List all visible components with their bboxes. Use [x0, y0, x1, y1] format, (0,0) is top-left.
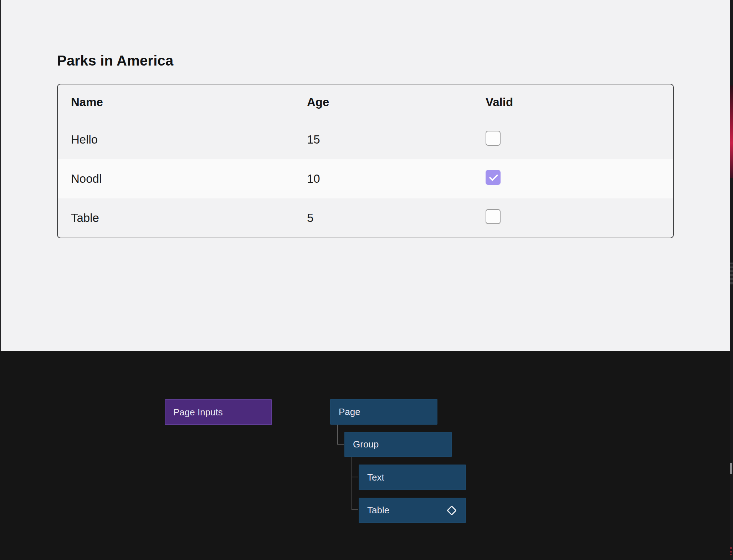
- node-group[interactable]: Group: [344, 432, 452, 457]
- left-edge-sliver: [0, 0, 1, 351]
- valid-checkbox[interactable]: [486, 209, 501, 224]
- cell-age: 5: [307, 211, 486, 225]
- cell-age: 15: [307, 133, 486, 146]
- node-text[interactable]: Text: [359, 465, 466, 490]
- edge-scroll-thumb: [730, 463, 732, 474]
- edge-red-dots: [730, 547, 732, 555]
- parks-table: Name Age Valid Hello 15 Noodl 10 Table: [57, 84, 674, 238]
- right-edge-sliver: [730, 0, 733, 560]
- node-label: Group: [353, 439, 379, 450]
- cell-name: Noodl: [71, 172, 307, 186]
- table-header-row: Name Age Valid: [58, 84, 673, 120]
- connector-line: [352, 457, 352, 510]
- column-header-valid: Valid: [486, 95, 673, 109]
- preview-pane: Parks in America Name Age Valid Hello 15…: [0, 0, 730, 351]
- table-row: Noodl 10: [58, 159, 673, 198]
- connector-line: [352, 477, 358, 477]
- column-header-name: Name: [71, 95, 307, 109]
- node-page-inputs[interactable]: Page Inputs: [165, 399, 272, 425]
- valid-checkbox[interactable]: [486, 131, 501, 146]
- diamond-icon: [447, 505, 457, 515]
- connector-line: [337, 444, 344, 445]
- table-row: Hello 15: [58, 120, 673, 159]
- cell-name: Table: [71, 211, 307, 225]
- page-title: Parks in America: [57, 53, 173, 69]
- node-label: Page: [339, 406, 360, 418]
- cell-age: 10: [307, 172, 486, 186]
- node-label: Page Inputs: [173, 407, 223, 418]
- edge-stripes: [730, 263, 733, 285]
- connector-line: [352, 509, 358, 510]
- table-row: Table 5: [58, 198, 673, 238]
- valid-checkbox[interactable]: [486, 170, 501, 185]
- node-table[interactable]: Table: [359, 498, 466, 523]
- cell-name: Hello: [71, 133, 307, 146]
- column-header-age: Age: [307, 95, 486, 109]
- edge-red-accent: [730, 85, 733, 178]
- connector-line: [337, 425, 338, 445]
- node-label: Table: [367, 505, 389, 516]
- node-label: Text: [367, 472, 384, 483]
- node-page[interactable]: Page: [330, 399, 437, 425]
- noodl-editor-screen: Parks in America Name Age Valid Hello 15…: [0, 0, 733, 560]
